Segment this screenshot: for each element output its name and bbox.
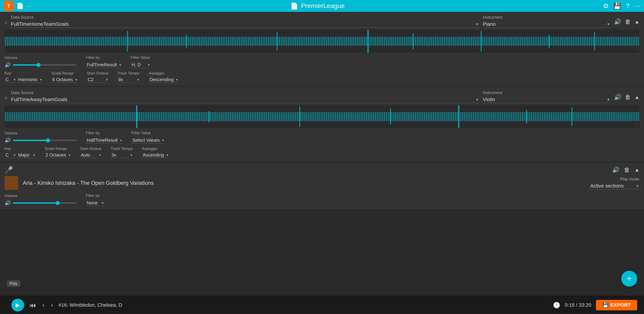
filter-value-select-wrapper-1: H, D xyxy=(131,62,150,68)
filter-value-select-1[interactable]: H, D xyxy=(131,62,149,68)
help-icon[interactable]: ? xyxy=(626,2,630,10)
play-tooltip: Play xyxy=(7,280,20,287)
title-file-icon: 📄 xyxy=(290,2,298,10)
svg-rect-16 xyxy=(526,110,527,124)
audio-volume-icon[interactable]: 🔊 xyxy=(4,200,11,206)
instrument-label-2: Instrument xyxy=(483,91,610,95)
volume-icon-2[interactable]: 🔊 xyxy=(4,137,11,143)
volume-icon-1[interactable]: 🔊 xyxy=(4,62,11,68)
audio-actions: 🔊 🗑 ▲ xyxy=(612,166,640,173)
note-icon-2: ♪ xyxy=(4,95,7,101)
track-tempo-select-2[interactable]: 3x xyxy=(110,152,124,158)
time-current: 0:15 xyxy=(565,302,574,308)
volume-control-2: Volume 🔊 xyxy=(4,131,77,143)
previous-button[interactable]: ‹ xyxy=(42,300,45,310)
settings-icon[interactable]: ⚙ xyxy=(603,2,609,10)
scale-type-select-1[interactable]: Harmonic xyxy=(17,77,42,83)
waveform-2 xyxy=(4,105,640,128)
controls-row-2: Volume 🔊 Filter by HalfTimeResult Filter… xyxy=(4,131,640,143)
drag-handle-1[interactable] xyxy=(634,46,642,52)
play-mode-select[interactable]: Active sections xyxy=(589,183,640,189)
drag-handle-audio[interactable] xyxy=(634,183,642,189)
key-group-1: Key C Harmonic xyxy=(4,71,42,83)
key-select-2[interactable]: C xyxy=(4,152,16,158)
svg-rect-9 xyxy=(594,32,595,50)
scale-range-label-2: Scale Range xyxy=(45,147,71,151)
instrument-select-2[interactable]: Violin xyxy=(483,96,610,103)
track-tempo-group-2: Track Tempo 3x xyxy=(110,147,132,158)
filter-by-select-1[interactable]: FullTimeResult xyxy=(86,62,122,68)
delete-track-2[interactable]: 🗑 xyxy=(625,94,631,101)
play-mode-select-wrapper: Active sections xyxy=(589,183,640,189)
save-icon[interactable]: 💾 xyxy=(613,2,621,10)
filter-by-select-wrapper-1: FullTimeResult xyxy=(86,62,122,68)
instrument-select-1[interactable]: Piano xyxy=(483,21,610,28)
topbar-actions: ⚙ 💾 ? ⋯ xyxy=(603,2,640,10)
more-options-button[interactable]: ⋯ xyxy=(26,3,32,9)
svg-rect-3 xyxy=(186,35,187,48)
drag-handle-2[interactable] xyxy=(634,121,642,127)
volume-slider-1[interactable] xyxy=(13,64,77,66)
arpeggio-select-1[interactable]: Descending xyxy=(149,77,178,83)
export-label: EXPORT xyxy=(610,302,631,308)
arpeggio-label-2: Arpeggio xyxy=(142,147,169,151)
topbar: T 📄 ⋯ 📄 PremierLeague ⚙ 💾 ? ⋯ xyxy=(0,0,644,12)
audio-volume-action[interactable]: 🔊 xyxy=(612,166,620,173)
svg-rect-13 xyxy=(299,106,300,127)
audio-volume-label: Volume xyxy=(4,194,77,198)
controls-row-1: Volume 🔊 Filter by FullTimeResult Filter… xyxy=(4,55,640,68)
player-right: 🕐 0:15 / 33:20 💾 EXPORT xyxy=(553,300,637,310)
data-source-select-1[interactable]: FullTimeHomeTeamGoals xyxy=(11,21,479,28)
export-button[interactable]: 💾 EXPORT xyxy=(596,300,637,310)
svg-rect-4 xyxy=(277,32,278,50)
filter-value-control-1: Filter Value H, D xyxy=(131,55,150,68)
data-source-select-2[interactable]: FullTimeAwayTeamGoals xyxy=(11,96,479,103)
audio-track-panel: 🎤 🔊 🗑 ▲ Aria - Kimiko Ishizaka - The Ope… xyxy=(0,162,644,210)
collapse-track-2[interactable]: ▲ xyxy=(634,94,640,100)
key-row-2: Key C Major Scale Range 2 Octaves xyxy=(4,147,640,158)
next-button[interactable]: › xyxy=(50,300,54,310)
instrument-group-1: Instrument Piano xyxy=(483,15,610,28)
start-octave-group-1: Start Octave C2 xyxy=(87,71,108,83)
start-octave-select-2[interactable]: Auto xyxy=(80,152,98,158)
audio-volume-slider[interactable] xyxy=(13,202,77,204)
volume-label-1: Volume xyxy=(4,56,77,60)
delete-track-1[interactable]: 🗑 xyxy=(625,18,631,25)
track-tempo-select-1[interactable]: 9x xyxy=(117,77,131,83)
data-source-group-2: Data Source FullTimeAwayTeamGoals xyxy=(11,91,479,103)
volume-action-2[interactable]: 🔊 xyxy=(614,94,621,101)
app-logo[interactable]: T xyxy=(4,1,14,11)
svg-rect-17 xyxy=(571,108,572,126)
audio-delete[interactable]: 🗑 xyxy=(624,166,630,173)
key-group-2: Key C Major xyxy=(4,147,36,158)
scale-range-select-1[interactable]: 6 Octaves xyxy=(52,77,78,83)
time-separator: / xyxy=(576,302,579,308)
track-tempo-label-1: Track Tempo xyxy=(117,71,139,76)
scale-range-select-2[interactable]: 2 Octaves xyxy=(45,152,71,158)
volume-slider-2[interactable] xyxy=(13,140,77,141)
instrument-label-1: Instrument xyxy=(483,15,610,20)
arpeggio-select-2[interactable]: Ascending xyxy=(142,152,169,158)
audio-filter-by-select[interactable]: None xyxy=(86,200,104,206)
svg-rect-2 xyxy=(127,31,128,52)
filter-value-label-2: Filter Value xyxy=(132,131,164,135)
volume-action-1[interactable]: 🔊 xyxy=(614,18,621,25)
play-button[interactable]: ▶ xyxy=(12,299,24,311)
filter-value-select-2[interactable]: Select Values xyxy=(132,137,164,143)
player-time: 0:15 / 33:20 xyxy=(565,302,591,308)
svg-rect-7 xyxy=(481,31,482,52)
audio-title: Aria - Kimiko Ishizaka - The Open Goldbe… xyxy=(23,180,585,186)
export-icon: 💾 xyxy=(602,302,608,308)
audio-collapse[interactable]: ▲ xyxy=(634,167,640,173)
start-octave-label-2: Start Octave xyxy=(80,147,101,151)
filter-by-select-2[interactable]: HalfTimeResult xyxy=(86,137,122,143)
collapse-track-1[interactable]: ▲ xyxy=(634,19,640,25)
key-label-1: Key xyxy=(4,71,42,76)
scale-type-select-2[interactable]: Major xyxy=(17,152,36,158)
key-select-1[interactable]: C xyxy=(4,77,16,83)
skip-to-start-button[interactable]: ⏮ xyxy=(29,300,37,310)
more-icon[interactable]: ⋯ xyxy=(634,2,640,10)
start-octave-select-1[interactable]: C2 xyxy=(87,77,105,83)
add-track-button[interactable]: + xyxy=(621,271,637,287)
scale-range-label-1: Scale Range xyxy=(52,71,78,76)
